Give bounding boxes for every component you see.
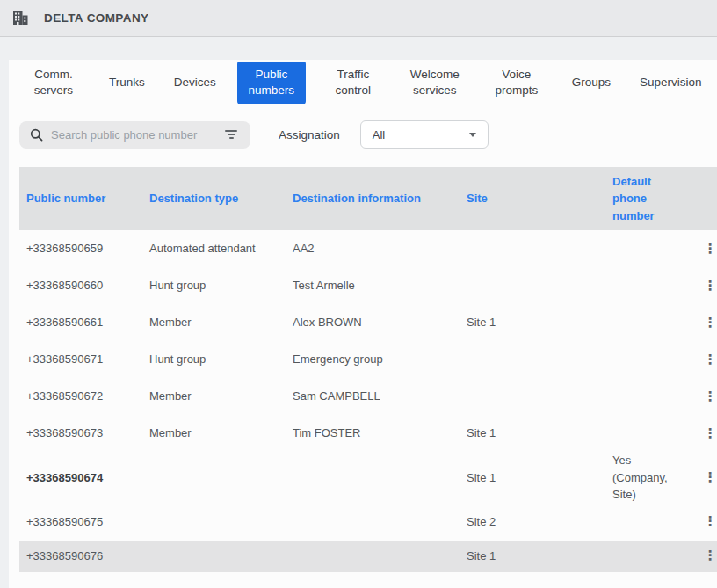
row-menu-button[interactable]: ⋮ xyxy=(703,237,717,260)
cell-public-number: +33368590674 xyxy=(19,469,149,487)
table-body: +33368590659 Automated attendant AA2 ⋮ +… xyxy=(19,230,717,572)
tab-voice-prompts[interactable]: Voice prompts xyxy=(482,62,551,103)
cell-site: Site 1 xyxy=(467,425,612,442)
tab-supervision[interactable]: Supervision xyxy=(632,70,700,95)
cell-destination-information: Sam CAMPBELL xyxy=(293,388,467,405)
row-menu-button[interactable]: ⋮ xyxy=(703,422,717,445)
table-row[interactable]: +33368590676 Site 1 ⋮ xyxy=(19,541,717,572)
tab-label: Public numbers xyxy=(249,68,295,97)
tab-label: Comm. servers xyxy=(34,68,73,97)
tab-public-numbers[interactable]: Public numbers xyxy=(237,62,306,104)
cell-public-number: +33368590660 xyxy=(19,277,149,294)
row-menu-button[interactable]: ⋮ xyxy=(703,274,717,297)
table-row[interactable]: +33368590673 Member Tim FOSTER Site 1 ⋮ xyxy=(19,415,717,452)
kebab-icon: ⋮ xyxy=(704,276,717,296)
cell-destination-type: Member xyxy=(149,314,293,331)
row-menu-button[interactable]: ⋮ xyxy=(703,385,717,408)
tab-label: Groups xyxy=(572,76,611,89)
cell-public-number: +33368590659 xyxy=(19,240,149,258)
cell-destination-type: Member xyxy=(149,425,293,442)
cell-destination-type: Hunt group xyxy=(149,351,293,368)
cell-destination-type: Hunt group xyxy=(149,277,293,294)
cell-destination-information: Emergency group xyxy=(293,351,467,368)
tab-welcome-services[interactable]: Welcome services xyxy=(401,62,469,103)
cell-destination-type: Automated attendant xyxy=(149,240,293,258)
cell-site: Site 1 xyxy=(467,548,612,565)
table-row[interactable]: +33368590661 Member Alex BROWN Site 1 ⋮ xyxy=(19,304,717,341)
row-menu-button[interactable]: ⋮ xyxy=(703,511,717,534)
building-icon xyxy=(12,11,29,25)
cell-public-number: +33368590675 xyxy=(19,513,149,531)
column-header-default-phone-number[interactable]: Default phone number xyxy=(612,173,684,225)
filter-icon[interactable] xyxy=(222,127,240,142)
cell-public-number: +33368590671 xyxy=(19,351,149,368)
cell-public-number: +33368590672 xyxy=(19,388,149,405)
search-box xyxy=(19,121,250,149)
kebab-icon: ⋮ xyxy=(704,546,717,566)
cell-destination-information: Test Armelle xyxy=(293,277,467,294)
cell-site: Site 1 xyxy=(467,314,612,331)
kebab-icon: ⋮ xyxy=(704,512,717,532)
table-row[interactable]: +33368590660 Hunt group Test Armelle ⋮ xyxy=(19,267,717,304)
top-bar: DELTA COMPANY xyxy=(0,0,717,37)
tab-label: Voice prompts xyxy=(495,68,538,97)
public-numbers-table: Public number Destination type Destinati… xyxy=(19,167,717,588)
tab-recordings[interactable]: Recordings xyxy=(713,70,717,95)
cell-destination-type: Member xyxy=(149,388,293,405)
kebab-icon: ⋮ xyxy=(704,468,717,488)
kebab-icon: ⋮ xyxy=(704,424,717,444)
tab-traffic-control[interactable]: Traffic control xyxy=(319,62,387,103)
table-row[interactable]: +33368590659 Automated attendant AA2 ⋮ xyxy=(19,230,717,267)
search-input[interactable] xyxy=(51,128,214,142)
table-row[interactable]: +33368590671 Hunt group Emergency group … xyxy=(19,341,717,378)
cell-destination-information: Tim FOSTER xyxy=(293,425,467,442)
row-menu-button[interactable]: ⋮ xyxy=(703,311,717,334)
tab-comm-servers[interactable]: Comm. servers xyxy=(19,62,88,103)
tab-bar: Comm. serversTrunksDevicesPublic numbers… xyxy=(19,62,717,104)
row-menu-button[interactable]: ⋮ xyxy=(703,348,717,371)
tab-trunks[interactable]: Trunks xyxy=(101,70,153,95)
table-row[interactable]: +33368590674 Site 1 Yes (Company, Site) … xyxy=(19,452,717,504)
filter-row: Assignation All xyxy=(19,120,717,149)
cell-site: Site 1 xyxy=(467,469,612,487)
search-icon xyxy=(30,128,43,142)
cell-destination-information: AA2 xyxy=(293,240,467,258)
kebab-icon: ⋮ xyxy=(704,350,717,370)
tab-label: Supervision xyxy=(640,76,702,89)
table-row[interactable]: +33368590675 Site 2 ⋮ xyxy=(19,504,717,541)
company-name: DELTA COMPANY xyxy=(44,11,148,25)
table-header-row: Public number Destination type Destinati… xyxy=(19,167,717,230)
content-card: Comm. serversTrunksDevicesPublic numbers… xyxy=(9,60,717,588)
assignation-select-value: All xyxy=(373,128,385,142)
column-header-destination-type[interactable]: Destination type xyxy=(149,190,293,207)
column-header-site[interactable]: Site xyxy=(467,190,612,207)
tab-groups[interactable]: Groups xyxy=(564,70,619,95)
column-header-public-number[interactable]: Public number xyxy=(19,190,149,207)
cell-public-number: +33368590676 xyxy=(19,548,149,565)
cell-public-number: +33368590661 xyxy=(19,314,149,331)
tab-label: Trunks xyxy=(109,76,145,89)
tab-label: Welcome services xyxy=(410,68,460,97)
row-menu-button[interactable]: ⋮ xyxy=(703,545,717,568)
row-menu-button[interactable]: ⋮ xyxy=(703,466,717,489)
tab-label: Traffic control xyxy=(336,68,372,97)
kebab-icon: ⋮ xyxy=(704,313,717,333)
assignation-select[interactable]: All xyxy=(360,120,489,149)
cell-destination-information: Alex BROWN xyxy=(293,314,467,331)
cell-site: Site 2 xyxy=(467,513,612,531)
column-header-destination-information[interactable]: Destination information xyxy=(293,190,467,207)
table-row[interactable]: +33368590672 Member Sam CAMPBELL ⋮ xyxy=(19,378,717,415)
kebab-icon: ⋮ xyxy=(704,239,717,259)
chevron-down-icon xyxy=(469,133,476,137)
tab-devices[interactable]: Devices xyxy=(166,70,224,95)
cell-public-number: +33368590673 xyxy=(19,425,149,442)
assignation-label: Assignation xyxy=(279,128,340,142)
cell-default-phone-number: Yes (Company, Site) xyxy=(612,452,684,504)
kebab-icon: ⋮ xyxy=(704,387,717,407)
tab-label: Devices xyxy=(174,76,216,89)
